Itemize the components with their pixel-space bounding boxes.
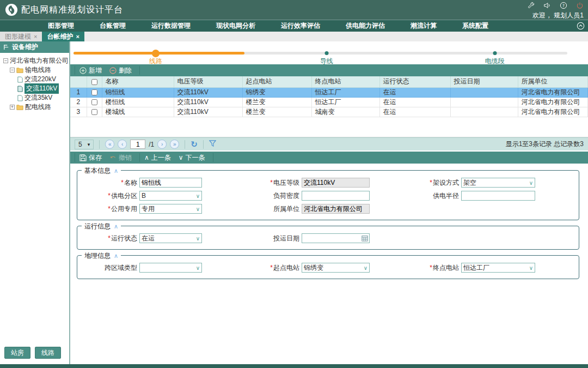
select-all-checkbox[interactable] bbox=[87, 76, 102, 87]
next-page-button[interactable]: › bbox=[157, 140, 167, 149]
start-station-select[interactable]: 锦绣变∨ bbox=[302, 263, 370, 273]
help-icon[interactable]: ? bbox=[560, 2, 567, 9]
file-icon bbox=[17, 95, 23, 101]
expand-icon[interactable]: + bbox=[10, 105, 15, 110]
sidebar-header: 设备维护 bbox=[0, 41, 69, 53]
col-header-status[interactable]: 运行状态 bbox=[379, 76, 450, 87]
folder-icon bbox=[16, 67, 23, 73]
power-icon[interactable] bbox=[576, 2, 584, 9]
name-field[interactable] bbox=[139, 178, 202, 188]
tab-label: 台帐维护 bbox=[47, 32, 73, 41]
step-dot-conductor[interactable] bbox=[324, 51, 328, 55]
section-basic-info: 基本信息 ∧ *名称 *电压等级 *架设方式 架空∨ bbox=[77, 170, 579, 220]
undo-icon bbox=[109, 154, 117, 161]
table-row[interactable]: 1 锦恒线 交流110kV 锦绣变 恒达工厂 在运 河北省电力有限公司 bbox=[70, 87, 588, 97]
device-tree-sidebar: 设备维护 − 河北省电力有限公司 − 输电线路 交流220kV 交流110kV bbox=[0, 41, 70, 364]
col-header-org[interactable]: 所属单位 bbox=[518, 76, 588, 87]
chevron-down-icon: ∨ bbox=[196, 265, 200, 271]
tree-node-ac35kv[interactable]: 交流35kV bbox=[1, 93, 68, 102]
menu-item-graphics[interactable]: 图形管理 bbox=[48, 21, 74, 31]
refresh-icon[interactable]: ↻ bbox=[191, 140, 198, 148]
voltage-label: *电压等级 bbox=[252, 178, 299, 188]
close-icon[interactable]: × bbox=[76, 33, 79, 40]
status-select[interactable]: 在运∨ bbox=[139, 233, 202, 243]
tree-node-ac220kv[interactable]: 交流220kV bbox=[1, 75, 68, 84]
total-pages-label: /1 bbox=[149, 141, 154, 148]
menu-item-operation-data[interactable]: 运行数据管理 bbox=[151, 21, 191, 31]
main-menubar: 图形管理 台账管理 运行数据管理 现状电网分析 运行效率评估 供电能力评估 潮流… bbox=[0, 20, 588, 32]
supply-radius-label: 供电半径 bbox=[415, 191, 459, 201]
end-station-select[interactable]: 恒达工厂∨ bbox=[461, 263, 535, 273]
tab-ledger-maintenance[interactable]: 台帐维护 × bbox=[42, 32, 84, 41]
lines-grid: 名称 电压等级 起点电站 终点电站 运行状态 投运日期 所属单位 1 锦恒线 bbox=[70, 76, 588, 137]
grid-pagination: 5 ▾ « ‹ /1 › » ↻ 显示1至3条记录 总记录数3 bbox=[70, 137, 588, 150]
next-record-button[interactable]: ∨ 下一条 bbox=[179, 153, 205, 162]
menu-item-supply-capacity[interactable]: 供电能力评估 bbox=[346, 21, 385, 31]
chevron-up-icon: ∧ bbox=[144, 154, 149, 161]
col-header-voltage[interactable]: 电压等级 bbox=[174, 76, 242, 87]
line-button[interactable]: 线路 bbox=[35, 347, 61, 359]
collapse-section-icon[interactable]: ∧ bbox=[114, 167, 118, 174]
file-icon bbox=[17, 76, 23, 83]
first-page-button[interactable]: « bbox=[105, 140, 114, 149]
step-dot-cable-section[interactable] bbox=[493, 51, 497, 55]
cross-region-select[interactable]: ∨ bbox=[139, 263, 202, 273]
bottom-strip bbox=[0, 364, 588, 368]
step-dot-line[interactable] bbox=[152, 50, 160, 57]
step-label-cable-section[interactable]: 电缆段 bbox=[485, 57, 505, 66]
previous-record-button[interactable]: ∧ 上一条 bbox=[144, 153, 171, 162]
collapse-up-icon[interactable] bbox=[577, 22, 585, 32]
menu-item-grid-analysis[interactable]: 现状电网分析 bbox=[216, 21, 255, 31]
tree-node-ac110kv[interactable]: 交流110kV bbox=[1, 84, 68, 93]
collapse-icon[interactable]: − bbox=[3, 58, 8, 63]
save-button[interactable]: 保存 bbox=[79, 153, 102, 162]
public-private-select[interactable]: 专用∨ bbox=[139, 204, 202, 214]
supply-zone-select[interactable]: B∨ bbox=[139, 191, 202, 201]
tab-graphic-modeling[interactable]: 图形建模 × bbox=[0, 32, 42, 41]
menu-item-power-flow[interactable]: 潮流计算 bbox=[411, 21, 437, 31]
load-density-field[interactable] bbox=[302, 191, 370, 201]
prev-page-button[interactable]: ‹ bbox=[118, 140, 127, 149]
row-checkbox[interactable] bbox=[87, 97, 102, 107]
table-row[interactable]: 2 楼恒线 交流110kV 楼兰变 恒达工厂 在运 河北省电力有限公司 bbox=[70, 97, 588, 107]
step-label-conductor[interactable]: 导线 bbox=[320, 57, 333, 66]
erection-select[interactable]: 架空∨ bbox=[461, 178, 535, 188]
col-header-start-station[interactable]: 起点电站 bbox=[242, 76, 311, 87]
tree-node-distribution-lines[interactable]: + 配电线路 bbox=[1, 102, 68, 112]
calendar-icon[interactable] bbox=[362, 235, 368, 242]
menu-item-efficiency[interactable]: 运行效率评估 bbox=[281, 21, 320, 31]
col-header-name[interactable]: 名称 bbox=[102, 76, 174, 87]
step-label-line[interactable]: 线路 bbox=[149, 57, 162, 66]
document-tabbar: 图形建模 × 台帐维护 × bbox=[0, 32, 588, 41]
volume-icon[interactable] bbox=[543, 2, 551, 9]
page-size-select[interactable]: 5 ▾ bbox=[75, 140, 94, 149]
add-button[interactable]: 新增 bbox=[79, 66, 102, 75]
chevron-down-icon: ∨ bbox=[196, 193, 200, 199]
delete-button[interactable]: 删除 bbox=[109, 66, 132, 75]
plus-circle-icon bbox=[79, 67, 87, 74]
tree-node-transmission-lines[interactable]: − 输电线路 bbox=[1, 65, 68, 75]
menu-item-system-config[interactable]: 系统配置 bbox=[462, 21, 488, 31]
collapse-section-icon[interactable]: ∧ bbox=[114, 223, 118, 230]
commission-date-field[interactable] bbox=[302, 233, 370, 243]
row-checkbox[interactable] bbox=[87, 107, 102, 117]
start-station-label: *起点电站 bbox=[252, 263, 299, 273]
row-checkbox[interactable] bbox=[87, 87, 102, 97]
public-private-label: *公用专用 bbox=[83, 204, 137, 214]
collapse-icon[interactable]: − bbox=[10, 68, 15, 73]
menu-item-ledger[interactable]: 台账管理 bbox=[100, 21, 126, 31]
col-header-commission-date[interactable]: 投运日期 bbox=[450, 76, 518, 87]
filter-icon[interactable] bbox=[209, 140, 216, 149]
col-header-end-station[interactable]: 终点电站 bbox=[311, 76, 379, 87]
last-page-button[interactable]: » bbox=[170, 140, 179, 149]
wrench-icon[interactable] bbox=[527, 2, 535, 9]
close-icon[interactable]: × bbox=[34, 33, 37, 40]
supply-radius-field[interactable] bbox=[461, 191, 535, 201]
tab-label: 图形建模 bbox=[5, 32, 31, 41]
table-row[interactable]: 3 楼城线 交流110kV 楼兰变 城南变 在运 河北省电力有限公司 bbox=[70, 107, 588, 117]
tree-node-company[interactable]: − 河北省电力有限公司 bbox=[1, 56, 68, 65]
station-button[interactable]: 站房 bbox=[4, 347, 30, 359]
collapse-section-icon[interactable]: ∧ bbox=[114, 252, 118, 260]
status-label: *运行状态 bbox=[83, 234, 137, 243]
page-number-input[interactable] bbox=[130, 140, 145, 149]
